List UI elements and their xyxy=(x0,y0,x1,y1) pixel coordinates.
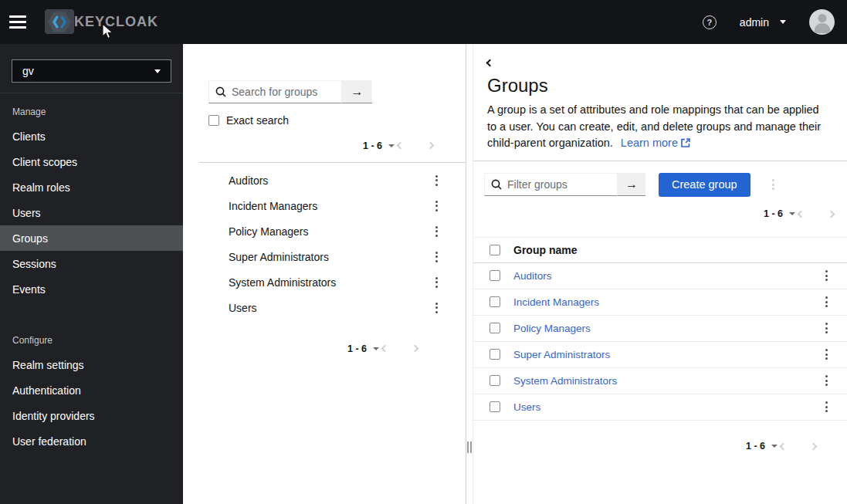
group-link[interactable]: Super Administrators xyxy=(513,349,610,360)
kebab-menu-button[interactable] xyxy=(431,275,442,290)
learn-more-link[interactable]: Learn more xyxy=(621,137,690,149)
page-title: Groups xyxy=(487,75,830,96)
pagination-range-menu[interactable]: 1 - 6 xyxy=(764,208,795,219)
search-icon xyxy=(215,86,226,97)
external-link-icon xyxy=(681,138,690,147)
chevron-right-icon xyxy=(427,142,435,150)
pagination-range-menu[interactable]: 1 - 6 xyxy=(363,140,395,151)
kebab-menu-button[interactable] xyxy=(821,373,832,388)
table-row-system-administrators: System Administrators xyxy=(473,368,847,394)
collapse-panel-button[interactable] xyxy=(487,60,493,66)
nav-toggle-button[interactable] xyxy=(0,0,36,44)
filter-groups-input[interactable] xyxy=(507,178,611,191)
help-button[interactable]: ? xyxy=(703,15,717,29)
chevron-right-icon xyxy=(412,345,419,353)
row-checkbox[interactable] xyxy=(490,323,500,333)
chevron-left-icon xyxy=(780,442,788,450)
chevron-down-icon xyxy=(789,212,795,215)
kebab-menu-button[interactable] xyxy=(821,320,832,336)
table-header-row: Group name xyxy=(473,237,847,263)
realm-selector[interactable]: gv xyxy=(12,59,171,83)
pagination-prev-button[interactable] xyxy=(395,140,406,151)
table-pagination-bottom: 1 - 6 xyxy=(746,441,819,452)
table-row-incident-managers: Incident Managers xyxy=(473,289,847,316)
kebab-menu-button[interactable] xyxy=(821,399,832,414)
sidebar-item-groups[interactable]: Groups xyxy=(0,225,183,251)
tree-item-auditors[interactable]: Auditors xyxy=(199,167,466,193)
sidebar-item-clients[interactable]: Clients xyxy=(0,123,183,149)
group-link[interactable]: Users xyxy=(513,401,540,413)
kebab-menu-button[interactable] xyxy=(431,198,442,214)
tree-pagination-top: 1 - 6 xyxy=(363,140,436,151)
pagination-prev-button[interactable] xyxy=(379,343,391,354)
hamburger-icon xyxy=(9,15,26,29)
pagination-prev-button[interactable] xyxy=(778,441,789,452)
chevron-down-icon xyxy=(771,445,778,448)
pagination-next-button[interactable] xyxy=(808,441,819,452)
row-checkbox[interactable] xyxy=(490,270,500,281)
toolbar-kebab-button[interactable] xyxy=(767,177,779,192)
group-link[interactable]: Incident Managers xyxy=(513,296,599,308)
panel-resize-handle[interactable] xyxy=(466,44,473,504)
pagination-next-button[interactable] xyxy=(425,140,436,151)
tree-item-incident-managers[interactable]: Incident Managers xyxy=(199,193,466,218)
kebab-menu-button[interactable] xyxy=(431,173,442,188)
group-link[interactable]: Auditors xyxy=(513,270,552,282)
kebab-menu-button[interactable] xyxy=(431,300,442,316)
kebab-menu-button[interactable] xyxy=(821,347,832,362)
pagination-next-button[interactable] xyxy=(825,208,837,220)
kebab-menu-button[interactable] xyxy=(821,268,832,283)
arrow-right-icon: → xyxy=(625,178,638,191)
tree-item-super-administrators[interactable]: Super Administrators xyxy=(199,244,466,269)
exact-search-option: Exact search xyxy=(208,114,466,127)
keycloak-logo[interactable]: KEYCLOAK xyxy=(48,12,158,32)
tree-item-system-administrators[interactable]: System Administrators xyxy=(199,269,466,295)
pagination-prev-button[interactable] xyxy=(795,208,807,220)
filter-submit-button[interactable]: → xyxy=(618,173,645,196)
sidebar-item-events[interactable]: Events xyxy=(0,276,183,302)
sidebar-item-user-federation[interactable]: User federation xyxy=(0,428,183,454)
exact-search-checkbox[interactable] xyxy=(208,115,219,126)
search-groups-input[interactable] xyxy=(232,86,335,98)
select-all-checkbox[interactable] xyxy=(490,245,500,255)
sidebar-item-client-scopes[interactable]: Client scopes xyxy=(0,149,183,174)
sidebar-item-sessions[interactable]: Sessions xyxy=(0,251,183,276)
group-link[interactable]: System Administrators xyxy=(513,375,617,387)
page-description: A group is a set of attributes and role … xyxy=(487,102,830,152)
create-group-button[interactable]: Create group xyxy=(659,173,750,197)
search-submit-button[interactable]: → xyxy=(342,80,372,103)
kebab-menu-button[interactable] xyxy=(821,294,832,310)
row-checkbox[interactable] xyxy=(490,375,500,386)
kebab-menu-button[interactable] xyxy=(431,249,442,265)
pagination-next-button[interactable] xyxy=(409,343,421,354)
sidebar-item-realm-settings[interactable]: Realm settings xyxy=(0,352,183,377)
tree-item-users[interactable]: Users xyxy=(199,295,466,320)
pagination-range-menu[interactable]: 1 - 6 xyxy=(746,441,778,452)
table-row-policy-managers: Policy Managers xyxy=(473,316,847,342)
row-checkbox[interactable] xyxy=(490,401,500,412)
sidebar-item-users[interactable]: Users xyxy=(0,200,183,225)
section-label-configure: Configure xyxy=(0,322,183,352)
sidebar-item-authentication[interactable]: Authentication xyxy=(0,377,183,403)
groups-tree-list: Auditors Incident Managers Policy Manage… xyxy=(199,162,466,320)
user-dropdown[interactable]: admin xyxy=(740,16,786,29)
groups-main-panel: Groups A group is a set of attributes an… xyxy=(473,44,847,504)
kebab-menu-button[interactable] xyxy=(431,224,442,239)
chevron-down-icon xyxy=(388,144,395,147)
group-link[interactable]: Policy Managers xyxy=(513,323,591,334)
avatar[interactable] xyxy=(809,9,835,35)
row-checkbox[interactable] xyxy=(490,349,500,360)
chevron-left-icon xyxy=(798,210,805,218)
section-label-manage: Manage xyxy=(0,93,183,123)
table-row-auditors: Auditors xyxy=(473,263,847,289)
table-pagination-top: 1 - 6 xyxy=(764,208,837,220)
sidebar-item-identity-providers[interactable]: Identity providers xyxy=(0,403,183,428)
row-checkbox[interactable] xyxy=(490,296,500,307)
pagination-range-menu[interactable]: 1 - 6 xyxy=(347,343,379,354)
chevron-right-icon xyxy=(828,210,835,218)
chevron-down-icon xyxy=(154,69,161,73)
sidebar-item-realm-roles[interactable]: Realm roles xyxy=(0,174,183,200)
chevron-left-icon xyxy=(397,142,405,150)
question-circle-icon: ? xyxy=(703,15,717,29)
tree-item-policy-managers[interactable]: Policy Managers xyxy=(199,218,466,244)
